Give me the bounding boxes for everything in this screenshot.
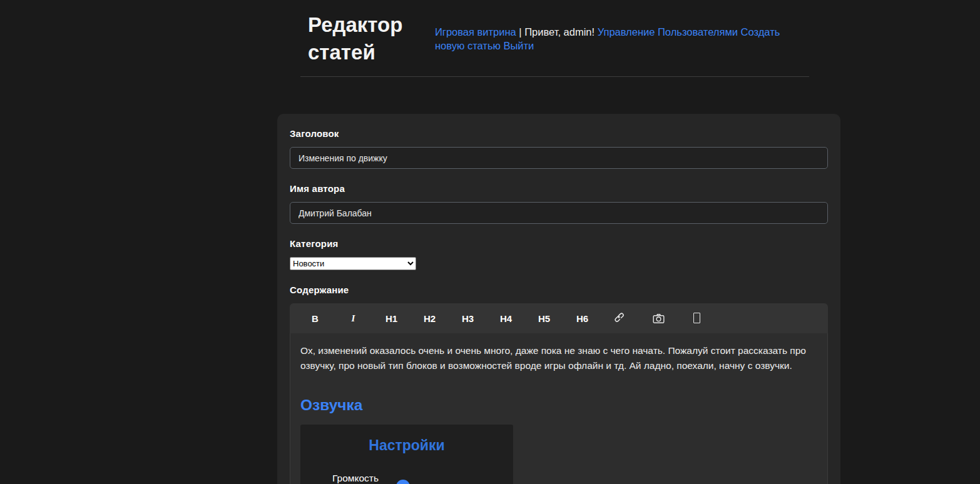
storefront-link[interactable]: Игровая витрина [435,26,516,38]
title-input[interactable] [290,147,828,169]
music-volume-label: Громкость музыки: [328,470,383,484]
manage-users-link[interactable]: Управление Пользователями [598,26,738,38]
insert-embed-button[interactable] [682,308,712,330]
slider-thumb[interactable] [396,480,410,484]
article-paragraph: Ох, изменений оказалось очень и очень мн… [300,343,816,373]
article-section-heading: Озвучка [300,396,817,414]
settings-widget: Настройки Громкость музыки: [300,425,513,484]
italic-button[interactable]: I [339,309,368,328]
category-select[interactable]: Новости [290,257,416,270]
camera-icon [653,312,665,323]
top-navigation: Игровая витрина | Привет, admin! Управле… [435,25,809,53]
heading2-button[interactable]: H2 [415,309,444,328]
user-greeting: Привет, admin! [524,26,595,38]
nav-separator: | [519,26,521,38]
heading1-button[interactable]: H1 [377,309,406,328]
insert-image-button[interactable] [644,308,673,329]
author-field-label: Имя автора [290,183,828,194]
author-input[interactable] [290,202,828,224]
title-field-label: Заголовок [290,128,828,139]
heading5-button[interactable]: H5 [529,309,559,328]
link-icon [615,312,626,323]
music-volume-row: Громкость музыки: [300,470,513,484]
heading6-button[interactable]: H6 [568,309,597,328]
editor-toolbar: B I H1 H2 H3 H4 H5 H6 [290,303,828,333]
article-editor-card: Заголовок Имя автора Категория Новости С… [277,114,840,484]
page-title: Редактор статей [300,11,435,66]
music-volume-slider[interactable] [390,479,494,484]
category-field-label: Категория [290,238,828,249]
page-header: Редактор статей Игровая витрина | Привет… [300,0,809,77]
heading3-button[interactable]: H3 [453,309,482,328]
settings-widget-title: Настройки [300,437,513,454]
heading4-button[interactable]: H4 [491,309,521,328]
embed-block-icon [693,313,700,323]
content-field-label: Содержание [290,285,828,295]
logout-link[interactable]: Выйти [503,40,534,51]
editor-content-area[interactable]: Ох, изменений оказалось очень и очень мн… [290,333,828,484]
header-divider [300,76,809,77]
bold-button[interactable]: B [300,309,330,328]
insert-link-button[interactable] [606,308,635,330]
